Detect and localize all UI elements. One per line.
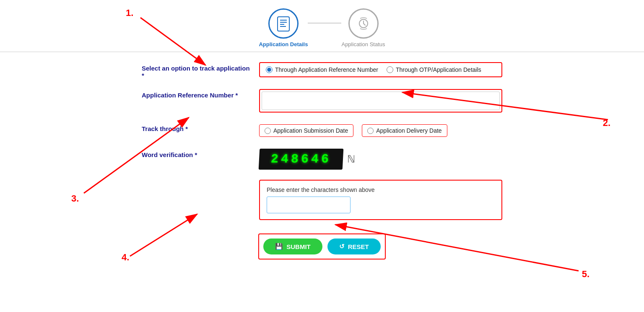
word-verification-label: Word verification * — [142, 149, 251, 158]
reset-button[interactable]: ↺ RESET — [327, 239, 381, 254]
radio-otp-label: Through OTP/Application Details — [396, 66, 481, 73]
verify-input-control: Please enter the characters shown above — [259, 180, 502, 220]
step-connector — [308, 23, 341, 24]
step-application-status[interactable]: Application Status — [341, 8, 385, 47]
reset-label: RESET — [348, 243, 369, 250]
annotation-2: 2. — [603, 118, 610, 128]
captcha-refresh-icon[interactable]: ℕ — [347, 153, 355, 165]
captcha-container: 248646 ℕ — [259, 149, 502, 170]
app-ref-input-wrapper — [259, 89, 502, 113]
button-row: 💾 SUBMIT ↺ RESET — [258, 233, 386, 260]
select-option-label: Select an option to track application * — [142, 62, 251, 79]
track-delivery-radio[interactable] — [367, 128, 374, 134]
select-option-row: Select an option to track application * … — [142, 62, 502, 79]
annotation-4: 4. — [122, 252, 129, 263]
annotation-5: 5. — [582, 269, 589, 280]
form-area: Select an option to track application * … — [133, 62, 511, 260]
submit-label: SUBMIT — [286, 243, 311, 250]
app-ref-control — [259, 89, 502, 113]
app-ref-input[interactable] — [262, 92, 500, 110]
track-submission-label: Application Submission Date — [273, 127, 348, 134]
word-verification-row: Word verification * 248646 ℕ — [142, 149, 502, 170]
radio-option-ref-number[interactable]: Through Application Reference Number — [266, 66, 378, 73]
annotation-1: 1. — [126, 8, 133, 18]
step-application-details[interactable]: Application Details — [259, 8, 308, 47]
stepper: Application Details Application Status — [0, 0, 644, 52]
track-submission-option[interactable]: Application Submission Date — [259, 124, 353, 137]
verify-input-row: Please enter the characters shown above — [142, 180, 502, 220]
verify-field-label: Please enter the characters shown above — [267, 186, 495, 193]
verify-input[interactable] — [267, 197, 351, 213]
track-delivery-label: Application Delivery Date — [376, 127, 441, 134]
track-submission-radio[interactable] — [265, 128, 271, 134]
select-option-control: Through Application Reference Number Thr… — [259, 62, 502, 77]
verify-input-spacer — [142, 180, 251, 182]
step2-label: Application Status — [341, 41, 385, 47]
radio-ref-number-input[interactable] — [266, 66, 273, 73]
captcha-image: 248646 — [259, 149, 344, 170]
track-through-row: Track through * Application Submission D… — [142, 123, 502, 139]
step1-circle — [268, 8, 299, 39]
reset-icon: ↺ — [339, 243, 345, 250]
tracking-option-radio-group: Through Application Reference Number Thr… — [259, 62, 502, 77]
submit-button[interactable]: 💾 SUBMIT — [263, 239, 322, 254]
app-ref-row: Application Reference Number * — [142, 89, 502, 113]
step1-label: Application Details — [259, 41, 308, 47]
section-divider — [0, 52, 644, 52]
radio-otp-input[interactable] — [387, 66, 393, 73]
submit-icon: 💾 — [275, 243, 283, 250]
word-verify-box: Please enter the characters shown above — [259, 180, 502, 220]
word-verification-control: 248646 ℕ — [259, 149, 502, 170]
radio-option-otp[interactable]: Through OTP/Application Details — [387, 66, 481, 73]
app-ref-label: Application Reference Number * — [142, 89, 251, 99]
track-through-radio-group: Application Submission Date Application … — [259, 123, 502, 139]
track-through-control: Application Submission Date Application … — [259, 123, 502, 139]
track-through-label: Track through * — [142, 123, 251, 132]
track-delivery-option[interactable]: Application Delivery Date — [362, 124, 447, 137]
radio-ref-number-label: Through Application Reference Number — [275, 66, 378, 73]
step2-circle — [348, 8, 379, 39]
annotation-3: 3. — [71, 193, 79, 204]
